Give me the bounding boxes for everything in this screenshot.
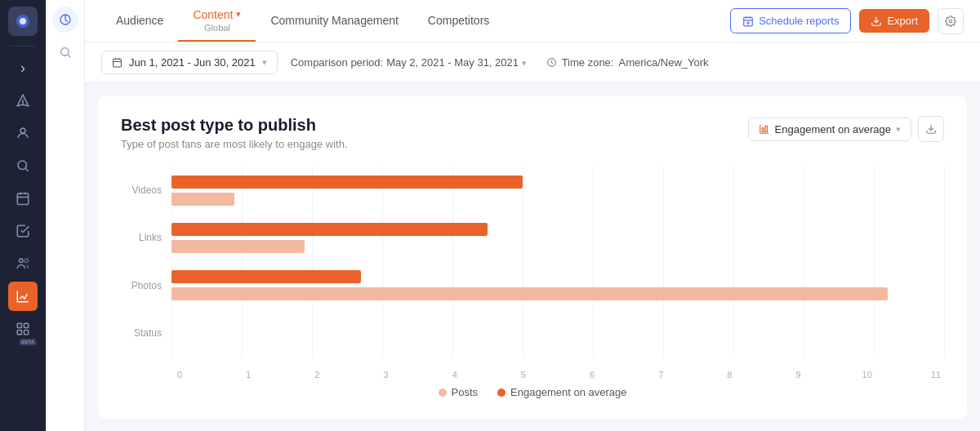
x-label-0: 0 xyxy=(172,370,188,380)
chart-bar-icon xyxy=(759,123,770,135)
y-label-videos: Videos xyxy=(121,172,162,208)
x-label-4: 4 xyxy=(447,370,463,380)
top-nav: Audience Content ▾ Global Community Mana… xyxy=(85,0,980,42)
sidebar-divider-top xyxy=(10,46,36,47)
beta-label: BETA xyxy=(20,339,36,345)
bar-row-videos xyxy=(172,172,944,208)
svg-rect-13 xyxy=(744,17,753,25)
schedule-reports-button[interactable]: Schedule reports xyxy=(730,8,851,33)
svg-point-14 xyxy=(747,22,749,24)
content-sub-label: Global xyxy=(204,23,230,33)
x-label-2: 2 xyxy=(309,370,325,380)
tab-competitors[interactable]: Competitors xyxy=(413,0,504,42)
legend-engagement: Engagement on average xyxy=(497,386,626,398)
svg-rect-20 xyxy=(765,127,767,132)
sidebar-item-tasks[interactable] xyxy=(8,216,38,246)
sidebar-item-analytics[interactable] xyxy=(8,282,38,311)
export-icon xyxy=(871,16,882,27)
bar-posts-photos xyxy=(172,287,888,300)
sidebar-item-compose[interactable] xyxy=(8,86,38,115)
metric-selector-button[interactable]: Engagement on average ▾ xyxy=(748,118,911,141)
sidebar-item-search[interactable] xyxy=(8,151,38,180)
svg-point-5 xyxy=(20,259,24,263)
legend-posts-label: Posts xyxy=(452,386,479,398)
svg-rect-7 xyxy=(17,323,21,327)
sidebar-item-profile[interactable] xyxy=(8,118,38,148)
x-label-9: 9 xyxy=(791,370,807,380)
sidebar-item-beta[interactable]: BETA xyxy=(8,314,38,344)
bar-chart: VideosLinksPhotosStatus01234567891011 xyxy=(121,167,944,380)
tab-audience[interactable]: Audience xyxy=(101,0,178,42)
export-button[interactable]: Export xyxy=(859,9,929,33)
bar-posts-videos xyxy=(172,193,234,206)
comparison-dropdown-arrow: ▾ xyxy=(522,58,527,68)
bar-posts-links xyxy=(172,240,305,253)
download-icon xyxy=(925,123,937,135)
svg-rect-10 xyxy=(24,331,29,335)
x-label-11: 11 xyxy=(928,370,944,380)
x-label-3: 3 xyxy=(378,370,394,380)
mini-sidebar xyxy=(46,0,85,431)
comparison-period: Comparison period: May 2, 2021 - May 31,… xyxy=(291,56,527,69)
svg-point-1 xyxy=(20,18,26,24)
mini-item-analytics[interactable] xyxy=(52,7,78,33)
chart-controls: Engagement on average ▾ xyxy=(748,116,944,142)
svg-rect-9 xyxy=(17,331,21,335)
bar-engagement-videos xyxy=(172,176,523,189)
svg-point-3 xyxy=(18,161,27,170)
x-label-10: 10 xyxy=(859,370,875,380)
calendar-icon xyxy=(112,57,122,68)
svg-rect-8 xyxy=(24,323,29,327)
bar-engagement-photos xyxy=(172,270,361,283)
metric-dropdown-arrow: ▾ xyxy=(896,124,901,135)
timezone-value: America/New_York xyxy=(618,56,708,69)
nav-tabs: Audience Content ▾ Global Community Mana… xyxy=(101,0,504,42)
comparison-date-link[interactable]: May 2, 2021 - May 31, 2021 ▾ xyxy=(386,56,527,69)
sidebar: › BETA xyxy=(0,0,46,431)
y-axis: VideosLinksPhotosStatus xyxy=(121,167,172,380)
legend-engagement-dot xyxy=(497,389,506,397)
legend-posts: Posts xyxy=(439,386,479,398)
svg-point-16 xyxy=(949,20,952,23)
x-label-6: 6 xyxy=(584,370,600,380)
chart-header: Best post type to publish Type of post f… xyxy=(121,116,944,150)
legend-engagement-label: Engagement on average xyxy=(510,386,626,398)
chart-legend: Posts Engagement on average xyxy=(121,386,944,398)
timezone-info: Time zone: America/New_York xyxy=(546,56,709,69)
metric-label: Engagement on average xyxy=(775,123,891,136)
chart-container: Best post type to publish Type of post f… xyxy=(98,96,967,418)
x-label-1: 1 xyxy=(240,370,256,380)
y-label-photos: Photos xyxy=(121,268,162,304)
svg-point-6 xyxy=(24,259,29,263)
svg-point-12 xyxy=(60,48,68,56)
sidebar-item-calendar[interactable] xyxy=(8,184,38,213)
bar-engagement-links xyxy=(172,223,488,236)
sidebar-logo[interactable] xyxy=(8,7,38,36)
clock-icon xyxy=(546,57,557,68)
tab-community[interactable]: Community Management xyxy=(256,0,412,42)
bar-row-status xyxy=(172,315,944,351)
x-label-5: 5 xyxy=(515,370,532,380)
bar-row-photos xyxy=(172,268,944,304)
y-label-links: Links xyxy=(121,220,162,255)
sidebar-item-expand[interactable]: › xyxy=(8,53,38,82)
tab-content[interactable]: Content ▾ Global xyxy=(178,0,256,42)
date-dropdown-arrow: ▾ xyxy=(262,57,267,68)
settings-button[interactable] xyxy=(938,8,964,34)
sidebar-item-team[interactable] xyxy=(8,249,38,278)
schedule-icon xyxy=(742,16,754,27)
filter-bar: Jun 1, 2021 - Jun 30, 2021 ▾ Comparison … xyxy=(85,42,980,83)
grid-line-11 xyxy=(944,167,945,357)
x-label-8: 8 xyxy=(721,370,737,380)
main-content: Audience Content ▾ Global Community Mana… xyxy=(85,0,980,431)
nav-actions: Schedule reports Export xyxy=(730,8,964,34)
y-label-status: Status xyxy=(121,315,162,351)
chart-subtitle: Type of post fans are most likely to eng… xyxy=(121,138,347,150)
bar-row-links xyxy=(172,220,944,255)
date-range-text: Jun 1, 2021 - Jun 30, 2021 xyxy=(129,56,256,69)
svg-rect-17 xyxy=(114,59,122,67)
chart-download-button[interactable] xyxy=(918,116,944,142)
chart-content: 01234567891011 xyxy=(172,167,944,380)
mini-item-search[interactable] xyxy=(52,39,78,65)
date-range-picker[interactable]: Jun 1, 2021 - Jun 30, 2021 ▾ xyxy=(101,51,278,74)
